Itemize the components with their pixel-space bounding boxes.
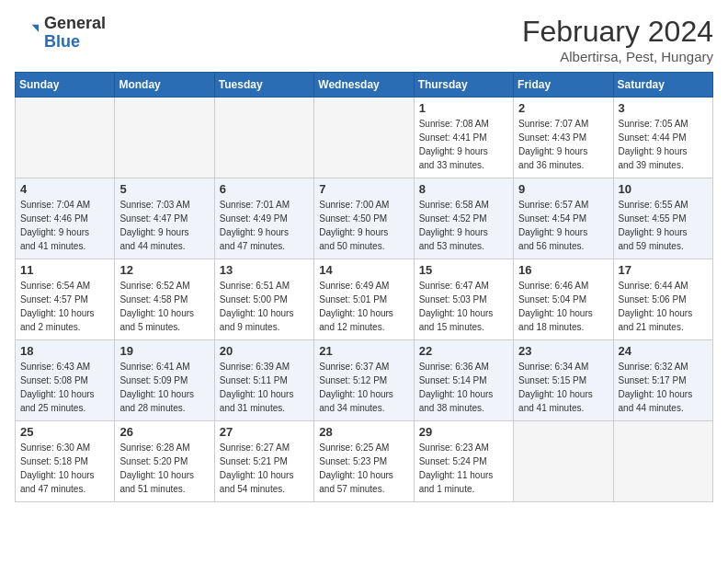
day-info: Sunrise: 7:04 AM Sunset: 4:46 PM Dayligh…	[20, 198, 109, 253]
calendar-cell: 15Sunrise: 6:47 AM Sunset: 5:03 PM Dayli…	[414, 259, 513, 340]
calendar-cell: 11Sunrise: 6:54 AM Sunset: 4:57 PM Dayli…	[16, 259, 115, 340]
logo-icon	[15, 20, 40, 46]
calendar-cell: 3Sunrise: 7:05 AM Sunset: 4:44 PM Daylig…	[613, 98, 712, 178]
calendar-cell: 2Sunrise: 7:07 AM Sunset: 4:43 PM Daylig…	[514, 98, 613, 178]
calendar-cell: 17Sunrise: 6:44 AM Sunset: 5:06 PM Dayli…	[613, 259, 712, 340]
calendar-cell: 21Sunrise: 6:37 AM Sunset: 5:12 PM Dayli…	[314, 340, 414, 421]
day-number: 1	[419, 101, 508, 115]
week-row-2: 4Sunrise: 7:04 AM Sunset: 4:46 PM Daylig…	[16, 178, 713, 259]
location-title: Albertirsa, Pest, Hungary	[522, 49, 713, 64]
calendar-cell: 22Sunrise: 6:36 AM Sunset: 5:14 PM Dayli…	[414, 340, 513, 421]
calendar-cell: 4Sunrise: 7:04 AM Sunset: 4:46 PM Daylig…	[16, 178, 115, 259]
day-number: 2	[518, 101, 608, 115]
col-header-saturday: Saturday	[613, 73, 712, 98]
calendar-cell: 18Sunrise: 6:43 AM Sunset: 5:08 PM Dayli…	[16, 340, 115, 421]
day-number: 28	[319, 425, 408, 439]
calendar-cell	[16, 98, 115, 178]
day-info: Sunrise: 7:08 AM Sunset: 4:41 PM Dayligh…	[419, 117, 508, 172]
day-number: 23	[518, 344, 608, 358]
day-number: 29	[419, 425, 508, 439]
calendar-cell: 26Sunrise: 6:28 AM Sunset: 5:20 PM Dayli…	[115, 421, 214, 502]
day-info: Sunrise: 6:34 AM Sunset: 5:15 PM Dayligh…	[518, 360, 608, 415]
day-number: 4	[20, 182, 109, 196]
calendar-cell: 29Sunrise: 6:23 AM Sunset: 5:24 PM Dayli…	[414, 421, 513, 502]
calendar-table: SundayMondayTuesdayWednesdayThursdayFrid…	[15, 72, 713, 502]
day-info: Sunrise: 6:57 AM Sunset: 4:54 PM Dayligh…	[518, 198, 608, 253]
calendar-cell: 27Sunrise: 6:27 AM Sunset: 5:21 PM Dayli…	[214, 421, 313, 502]
svg-marker-0	[32, 24, 39, 31]
day-info: Sunrise: 6:43 AM Sunset: 5:08 PM Dayligh…	[20, 360, 109, 415]
calendar-cell: 9Sunrise: 6:57 AM Sunset: 4:54 PM Daylig…	[514, 178, 613, 259]
day-number: 6	[220, 182, 309, 196]
day-number: 5	[119, 182, 209, 196]
day-number: 27	[220, 425, 309, 439]
svg-rect-1	[15, 20, 32, 44]
col-header-wednesday: Wednesday	[314, 73, 414, 98]
page-header: General Blue February 2024 Albertirsa, P…	[15, 15, 713, 64]
day-info: Sunrise: 6:25 AM Sunset: 5:23 PM Dayligh…	[319, 441, 408, 496]
day-number: 18	[20, 344, 109, 358]
day-number: 11	[20, 263, 109, 277]
day-info: Sunrise: 7:01 AM Sunset: 4:49 PM Dayligh…	[220, 198, 309, 253]
calendar-cell: 7Sunrise: 7:00 AM Sunset: 4:50 PM Daylig…	[314, 178, 414, 259]
col-header-friday: Friday	[514, 73, 613, 98]
calendar-cell: 10Sunrise: 6:55 AM Sunset: 4:55 PM Dayli…	[613, 178, 712, 259]
week-row-5: 25Sunrise: 6:30 AM Sunset: 5:18 PM Dayli…	[16, 421, 713, 502]
calendar-header-row: SundayMondayTuesdayWednesdayThursdayFrid…	[16, 73, 713, 98]
calendar-cell: 23Sunrise: 6:34 AM Sunset: 5:15 PM Dayli…	[514, 340, 613, 421]
day-number: 7	[319, 182, 408, 196]
day-info: Sunrise: 6:46 AM Sunset: 5:04 PM Dayligh…	[518, 279, 608, 334]
logo: General Blue	[15, 15, 106, 52]
calendar-cell: 19Sunrise: 6:41 AM Sunset: 5:09 PM Dayli…	[115, 340, 214, 421]
month-title: February 2024	[522, 15, 713, 49]
day-info: Sunrise: 6:58 AM Sunset: 4:52 PM Dayligh…	[419, 198, 508, 253]
col-header-tuesday: Tuesday	[214, 73, 313, 98]
col-header-thursday: Thursday	[414, 73, 513, 98]
day-number: 26	[119, 425, 209, 439]
col-header-sunday: Sunday	[16, 73, 115, 98]
day-info: Sunrise: 6:52 AM Sunset: 4:58 PM Dayligh…	[119, 279, 209, 334]
day-info: Sunrise: 6:23 AM Sunset: 5:24 PM Dayligh…	[419, 441, 508, 496]
calendar-cell: 14Sunrise: 6:49 AM Sunset: 5:01 PM Dayli…	[314, 259, 414, 340]
day-number: 22	[419, 344, 508, 358]
day-info: Sunrise: 6:54 AM Sunset: 4:57 PM Dayligh…	[20, 279, 109, 334]
week-row-3: 11Sunrise: 6:54 AM Sunset: 4:57 PM Dayli…	[16, 259, 713, 340]
day-number: 19	[119, 344, 209, 358]
calendar-cell	[514, 421, 613, 502]
calendar-cell: 16Sunrise: 6:46 AM Sunset: 5:04 PM Dayli…	[514, 259, 613, 340]
day-info: Sunrise: 6:55 AM Sunset: 4:55 PM Dayligh…	[619, 198, 708, 253]
calendar-cell	[314, 98, 414, 178]
calendar-cell	[613, 421, 712, 502]
calendar-cell	[115, 98, 214, 178]
day-number: 9	[518, 182, 608, 196]
day-number: 16	[518, 263, 608, 277]
day-info: Sunrise: 6:27 AM Sunset: 5:21 PM Dayligh…	[220, 441, 309, 496]
day-number: 20	[220, 344, 309, 358]
day-number: 8	[419, 182, 508, 196]
day-number: 15	[419, 263, 508, 277]
day-info: Sunrise: 6:39 AM Sunset: 5:11 PM Dayligh…	[220, 360, 309, 415]
day-number: 13	[220, 263, 309, 277]
calendar-cell: 24Sunrise: 6:32 AM Sunset: 5:17 PM Dayli…	[613, 340, 712, 421]
week-row-1: 1Sunrise: 7:08 AM Sunset: 4:41 PM Daylig…	[16, 98, 713, 178]
day-info: Sunrise: 6:28 AM Sunset: 5:20 PM Dayligh…	[119, 441, 209, 496]
day-number: 24	[619, 344, 708, 358]
day-number: 17	[619, 263, 708, 277]
logo-text: General Blue	[44, 15, 106, 52]
calendar-cell: 6Sunrise: 7:01 AM Sunset: 4:49 PM Daylig…	[214, 178, 313, 259]
calendar-cell: 12Sunrise: 6:52 AM Sunset: 4:58 PM Dayli…	[115, 259, 214, 340]
day-info: Sunrise: 6:44 AM Sunset: 5:06 PM Dayligh…	[619, 279, 708, 334]
col-header-monday: Monday	[115, 73, 214, 98]
day-info: Sunrise: 6:51 AM Sunset: 5:00 PM Dayligh…	[220, 279, 309, 334]
week-row-4: 18Sunrise: 6:43 AM Sunset: 5:08 PM Dayli…	[16, 340, 713, 421]
day-info: Sunrise: 6:47 AM Sunset: 5:03 PM Dayligh…	[419, 279, 508, 334]
day-number: 12	[119, 263, 209, 277]
day-info: Sunrise: 7:07 AM Sunset: 4:43 PM Dayligh…	[518, 117, 608, 172]
calendar-cell: 8Sunrise: 6:58 AM Sunset: 4:52 PM Daylig…	[414, 178, 513, 259]
day-info: Sunrise: 7:00 AM Sunset: 4:50 PM Dayligh…	[319, 198, 408, 253]
calendar-cell: 28Sunrise: 6:25 AM Sunset: 5:23 PM Dayli…	[314, 421, 414, 502]
day-info: Sunrise: 6:41 AM Sunset: 5:09 PM Dayligh…	[119, 360, 209, 415]
day-number: 14	[319, 263, 408, 277]
calendar-cell	[214, 98, 313, 178]
day-info: Sunrise: 6:36 AM Sunset: 5:14 PM Dayligh…	[419, 360, 508, 415]
